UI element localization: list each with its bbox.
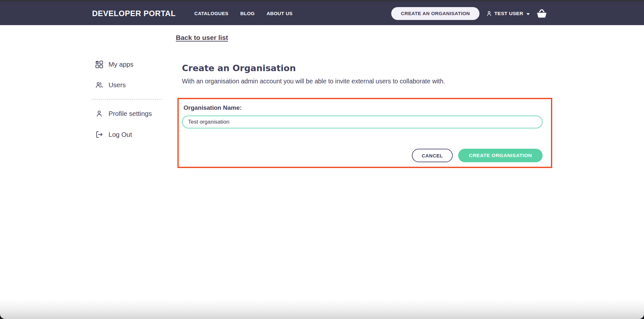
create-organisation-form: Organisation Name: CANCEL CREATE ORGANIS… bbox=[177, 98, 552, 168]
page-title: Create an Organisation bbox=[182, 63, 296, 73]
sidebar-item-users[interactable]: Users bbox=[92, 81, 126, 89]
back-to-user-list-link[interactable]: Back to user list bbox=[176, 34, 228, 42]
user-menu[interactable]: TEST USER bbox=[486, 10, 530, 17]
logout-icon bbox=[95, 131, 103, 138]
cancel-button[interactable]: CANCEL bbox=[412, 149, 453, 162]
create-organisation-nav-button[interactable]: CREATE AN ORGANISATION bbox=[391, 7, 479, 20]
sidebar-divider bbox=[92, 99, 162, 100]
sidebar-item-label: My apps bbox=[109, 61, 133, 68]
person-icon bbox=[486, 10, 492, 17]
organisation-name-label: Organisation Name: bbox=[184, 104, 242, 111]
top-navbar: DEVELOPER PORTAL CATALOGUES BLOG ABOUT U… bbox=[0, 0, 644, 25]
navbar-right-cluster: CREATE AN ORGANISATION TEST USER bbox=[391, 7, 547, 20]
form-actions: CANCEL CREATE ORGANISATION bbox=[412, 149, 543, 162]
nav-link-catalogues[interactable]: CATALOGUES bbox=[194, 11, 229, 16]
nav-link-about-us[interactable]: ABOUT US bbox=[267, 11, 293, 16]
user-menu-label: TEST USER bbox=[494, 11, 523, 16]
sidebar-item-my-apps[interactable]: My apps bbox=[92, 61, 133, 68]
create-organisation-submit-button[interactable]: CREATE ORGANISATION bbox=[458, 149, 543, 162]
basket-icon bbox=[536, 8, 547, 19]
sidebar-item-label: Log Out bbox=[109, 131, 132, 138]
main-nav: CATALOGUES BLOG ABOUT US bbox=[194, 11, 293, 16]
sidebar-item-profile-settings[interactable]: Profile settings bbox=[92, 110, 152, 117]
bottom-shade bbox=[0, 299, 644, 319]
organisation-name-input[interactable] bbox=[182, 116, 543, 128]
page: DEVELOPER PORTAL CATALOGUES BLOG ABOUT U… bbox=[0, 0, 644, 319]
sidebar-item-label: Users bbox=[109, 81, 126, 89]
sidebar-item-log-out[interactable]: Log Out bbox=[92, 131, 132, 138]
sidebar-item-label: Profile settings bbox=[109, 110, 152, 117]
users-icon bbox=[95, 81, 103, 89]
page-subtitle: With an organisation admin account you w… bbox=[182, 78, 445, 85]
chevron-down-icon bbox=[526, 11, 530, 16]
portal-title: DEVELOPER PORTAL bbox=[92, 9, 176, 18]
apps-grid-icon bbox=[95, 61, 103, 68]
nav-link-blog[interactable]: BLOG bbox=[240, 11, 255, 16]
basket-button[interactable] bbox=[536, 8, 547, 19]
person-icon bbox=[95, 110, 103, 117]
